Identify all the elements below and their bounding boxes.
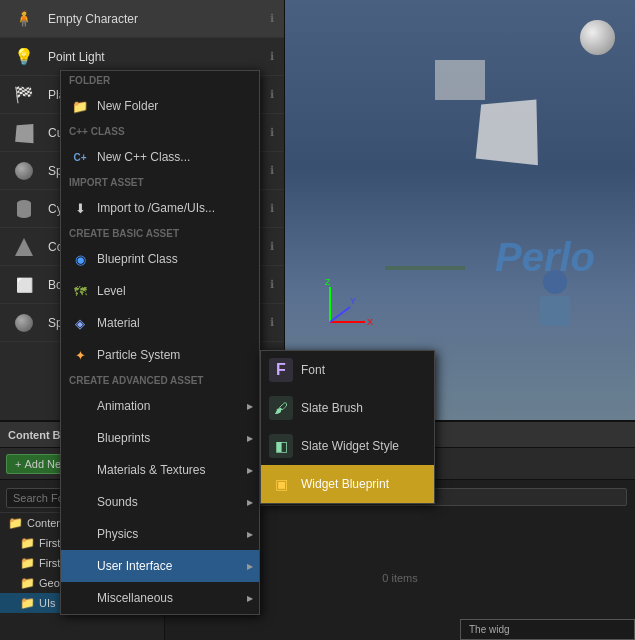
physics-icon (69, 523, 91, 545)
ctx-item-materials-textures[interactable]: Materials & Textures (61, 454, 259, 486)
svg-text:Y: Y (350, 296, 356, 306)
sidebar-item-empty-character[interactable]: 🧍 Empty Character ℹ (0, 0, 284, 38)
submenu-item-widget-blueprint[interactable]: ▣ Widget Blueprint (261, 465, 434, 503)
sounds-icon (69, 491, 91, 513)
ctx-item-new-cpp-label: New C++ Class... (97, 150, 190, 164)
items-count: 0 items (382, 572, 417, 584)
ctx-item-level[interactable]: 🗺 Level (61, 275, 259, 307)
ctx-item-physics-label: Physics (97, 527, 138, 541)
add-icon: + (15, 458, 21, 470)
ctx-item-misc-label: Miscellaneous (97, 591, 173, 605)
ctx-item-particle-label: Particle System (97, 348, 180, 362)
ctx-section-advanced: Create Advanced Asset (61, 371, 259, 390)
ctx-section-import: Import Asset (61, 173, 259, 192)
context-menu: Folder 📁 New Folder C++ Class C+ New C++… (60, 70, 260, 615)
vp-axes: X Z Y (320, 277, 375, 335)
ctx-item-physics[interactable]: Physics (61, 518, 259, 550)
ctx-section-cpp: C++ Class (61, 122, 259, 141)
ctx-item-import[interactable]: ⬇ Import to /Game/UIs... (61, 192, 259, 224)
sphere-icon (10, 157, 38, 185)
material-icon: ◈ (69, 312, 91, 334)
box-trigger-icon: ⬜ (10, 271, 38, 299)
ctx-item-particle-system[interactable]: ✦ Particle System (61, 339, 259, 371)
submenu-widget-blueprint-label: Widget Blueprint (301, 477, 389, 491)
blueprint-class-icon: ◉ (69, 248, 91, 270)
empty-character-label: Empty Character (48, 12, 270, 26)
ctx-item-user-interface[interactable]: User Interface (61, 550, 259, 582)
sphere-trigger-icon (10, 309, 38, 337)
submenu-font-label: Font (301, 363, 325, 377)
font-icon: F (269, 358, 293, 382)
animation-icon (69, 395, 91, 417)
ctx-item-blueprint-label: Blueprint Class (97, 252, 178, 266)
point-light-label: Point Light (48, 50, 270, 64)
sphere-trigger-info: ℹ (270, 316, 274, 329)
ctx-item-new-cpp[interactable]: C+ New C++ Class... (61, 141, 259, 173)
tooltip-bar: The widg (460, 619, 635, 640)
point-light-icon: 💡 (10, 43, 38, 71)
tooltip-text: The widg (469, 624, 510, 635)
player-start-info: ℹ (270, 88, 274, 101)
ctx-item-sounds-label: Sounds (97, 495, 138, 509)
folder-firstperson-icon: 📁 (20, 536, 35, 550)
slate-widget-style-icon: ◧ (269, 434, 293, 458)
cone-icon (10, 233, 38, 261)
cube-info: ℹ (270, 126, 274, 139)
folder-geometry-icon: 📁 (20, 576, 35, 590)
empty-character-icon: 🧍 (10, 5, 38, 33)
ctx-item-level-label: Level (97, 284, 126, 298)
ctx-item-material[interactable]: ◈ Material (61, 307, 259, 339)
cone-info: ℹ (270, 240, 274, 253)
blueprints-icon (69, 427, 91, 449)
ctx-item-blueprint-class[interactable]: ◉ Blueprint Class (61, 243, 259, 275)
sphere-info: ℹ (270, 164, 274, 177)
cube-icon (10, 119, 38, 147)
vp-ground (385, 266, 465, 270)
folder-uis-icon: 📁 (20, 596, 35, 610)
vp-sphere (580, 20, 615, 55)
materials-textures-icon (69, 459, 91, 481)
ctx-item-new-folder[interactable]: 📁 New Folder (61, 90, 259, 122)
vp-box (435, 60, 485, 100)
submenu-item-slate-brush[interactable]: 🖌 Slate Brush (261, 389, 434, 427)
new-folder-icon: 📁 (69, 95, 91, 117)
box-trigger-info: ℹ (270, 278, 274, 291)
submenu-item-slate-widget-style[interactable]: ◧ Slate Widget Style (261, 427, 434, 465)
cylinder-icon (10, 195, 38, 223)
import-icon: ⬇ (69, 197, 91, 219)
submenu-slate-brush-label: Slate Brush (301, 401, 363, 415)
ctx-item-miscellaneous[interactable]: Miscellaneous (61, 582, 259, 614)
submenu-user-interface: F Font 🖌 Slate Brush ◧ Slate Widget Styl… (260, 350, 435, 504)
submenu-slate-widget-label: Slate Widget Style (301, 439, 399, 453)
folder-firstpersonbp-icon: 📁 (20, 556, 35, 570)
ctx-section-folder: Folder (61, 71, 259, 90)
particle-icon: ✦ (69, 344, 91, 366)
miscellaneous-icon (69, 587, 91, 609)
ctx-item-ui-label: User Interface (97, 559, 172, 573)
folder-content-icon: 📁 (8, 516, 23, 530)
slate-brush-icon: 🖌 (269, 396, 293, 420)
ctx-item-new-folder-label: New Folder (97, 99, 158, 113)
ctx-item-sounds[interactable]: Sounds (61, 486, 259, 518)
widget-blueprint-icon: ▣ (269, 472, 293, 496)
cylinder-info: ℹ (270, 202, 274, 215)
ctx-section-basic: Create Basic Asset (61, 224, 259, 243)
folder-uis-label: UIs (39, 597, 56, 609)
ctx-item-blueprints[interactable]: Blueprints (61, 422, 259, 454)
player-start-icon: 🏁 (10, 81, 38, 109)
cpp-icon: C+ (69, 146, 91, 168)
svg-text:X: X (367, 317, 373, 327)
ctx-item-blueprints-label: Blueprints (97, 431, 150, 445)
ctx-item-animation-label: Animation (97, 399, 150, 413)
ctx-item-import-label: Import to /Game/UIs... (97, 201, 215, 215)
vp-character (535, 270, 575, 340)
svg-text:Z: Z (325, 277, 331, 287)
svg-line-2 (330, 307, 350, 322)
level-icon: 🗺 (69, 280, 91, 302)
vp-cube (476, 99, 538, 165)
submenu-item-font[interactable]: F Font (261, 351, 434, 389)
ctx-item-material-label: Material (97, 316, 140, 330)
ctx-item-animation[interactable]: Animation (61, 390, 259, 422)
empty-character-info: ℹ (270, 12, 274, 25)
user-interface-icon (69, 555, 91, 577)
